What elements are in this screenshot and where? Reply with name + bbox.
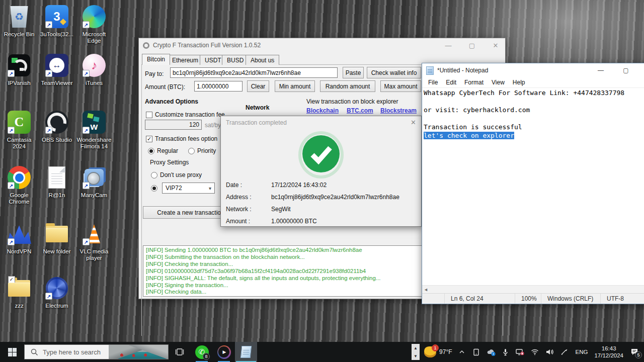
selection-checkbox-icon[interactable]: ✓ — [8, 276, 15, 283]
taskbar-whatsapp[interactable]: ✆ 8 — [191, 342, 213, 362]
regular-radio[interactable]: Regular — [148, 147, 178, 154]
notepad-minimize-button[interactable]: — — [593, 67, 608, 74]
desktop-icon-obs[interactable]: ↗ OBS Studio — [38, 110, 75, 143]
blockstream-link[interactable]: Blockstream — [380, 107, 417, 114]
clock-time: 16:43 — [594, 345, 623, 352]
weather-badge: 1 — [432, 344, 439, 351]
media-player-icon: ▶ — [217, 345, 231, 359]
taskbar-search[interactable]: Type here to search — [24, 344, 169, 359]
desktop-icon-zzz[interactable]: ✓ zzz — [1, 276, 38, 309]
search-highlight-image[interactable] — [109, 345, 168, 359]
tab-ethereum[interactable]: Ethereum — [167, 55, 203, 65]
customize-fee-checkbox[interactable]: Customize transaction fee — [146, 111, 225, 118]
desktop-icon-chrome[interactable]: ↗ Google Chrome — [1, 165, 38, 205]
tray-display[interactable] — [515, 346, 525, 357]
shortcut-arrow-icon: ↗ — [8, 238, 15, 245]
menu-help[interactable]: Help — [509, 78, 529, 87]
desktop-icon-manycam[interactable]: ↗ ManyCam — [75, 165, 113, 199]
maximize-button[interactable]: ▢ — [466, 42, 478, 49]
blockchain-link[interactable]: Blockchain — [306, 107, 339, 114]
fees-option-checkbox[interactable]: ✓ Transaction fees option — [146, 135, 217, 142]
whatsapp-badge: 8 — [203, 353, 210, 360]
tab-bitcoin[interactable]: Bitcoin — [142, 54, 170, 65]
desktop-icon-filmora[interactable]: w↗ Wondershare Filmora 14 — [75, 110, 113, 150]
desktop-icon-new-folder[interactable]: New folder — [38, 221, 75, 255]
priority-radio[interactable]: Priority — [188, 147, 216, 154]
clear-button[interactable]: Clear — [247, 80, 269, 92]
desktop-icon-vlc[interactable]: ↗ VLC media player — [75, 221, 113, 261]
notification-badge: 5 — [635, 351, 642, 358]
folder-icon — [46, 226, 68, 242]
clock-date: 17/12/2024 — [594, 352, 623, 359]
no-proxy-radio[interactable]: Don't use proxy — [151, 171, 202, 178]
taskbar-clock[interactable]: 16:43 17/12/2024 — [594, 345, 623, 359]
windows-logo-icon — [8, 348, 17, 356]
shortcut-arrow-icon: ↗ — [83, 70, 90, 77]
radio-selected-icon — [151, 185, 157, 192]
notepad-text-area[interactable]: Whatsapp CyberTech For Software Link: +4… — [422, 88, 644, 285]
taskbar-media-player[interactable]: ▶ — [213, 342, 235, 362]
language-indicator[interactable]: ENG — [574, 349, 590, 355]
menu-format[interactable]: Format — [460, 78, 488, 87]
proxy-select[interactable]: VIP72▾ — [162, 183, 215, 194]
notepad-taskbar-icon — [240, 346, 252, 358]
amount-input[interactable]: 1.00000000 — [194, 81, 243, 92]
desktop-icon-ipvanish[interactable]: ↗ IPVanish — [1, 53, 38, 86]
tray-volume[interactable] — [544, 346, 554, 357]
pay-to-input[interactable]: bc1q0rnj86jd6t9xq9ce2au42rld0km7lwzr6nh8… — [170, 67, 338, 78]
desktop-icon-3utools[interactable]: 3↗ 3uTools(32... — [38, 4, 75, 38]
tray-microphone[interactable] — [501, 346, 511, 357]
desktop-icon-recycle-bin[interactable]: ♻ Recycle Bin — [1, 4, 38, 38]
notification-center-button[interactable]: 5 — [628, 346, 641, 358]
notepad-window: *Untitled - Notepad — ▢ ✕ File Edit Form… — [422, 63, 644, 304]
weather-widget[interactable]: 1 97°F — [424, 346, 452, 357]
taskbar-notepad[interactable] — [235, 342, 257, 362]
wifi-icon — [530, 348, 539, 356]
zoom-level: 100% — [515, 294, 541, 304]
document-icon — [48, 166, 65, 189]
desktop-icon-camtasia[interactable]: C↗ Camtasia 2024 — [1, 110, 38, 150]
amount-row-value: 1.00000000 BTC — [271, 218, 317, 225]
tray-onedrive[interactable] — [486, 346, 496, 357]
max-amount-button[interactable]: Max amount — [380, 80, 421, 92]
desktop-icon-teamviewer[interactable]: ↔↗ TeamViewer — [38, 53, 75, 86]
recycle-bin-icon: ♻ — [9, 6, 29, 28]
tray-pen[interactable] — [559, 346, 569, 357]
tray-device[interactable] — [471, 346, 481, 357]
minimize-button[interactable]: — — [442, 42, 454, 49]
checkbox-checked-icon: ✓ — [146, 136, 152, 142]
taskbar-scroll-arrows[interactable]: ▲▼ — [412, 344, 420, 360]
tab-about-us[interactable]: About us — [246, 55, 279, 65]
min-amount-button[interactable]: Min amount — [275, 80, 315, 92]
desktop-icon-nordvpn[interactable]: ↗ NordVPN — [1, 221, 38, 255]
close-button[interactable]: ✕ — [490, 42, 502, 49]
shortcut-arrow-icon: ↗ — [8, 70, 15, 77]
paste-button[interactable]: Paste — [343, 67, 364, 78]
tray-wifi[interactable] — [530, 346, 540, 357]
task-view-button[interactable] — [169, 342, 191, 362]
dialog-close-icon[interactable]: ✕ — [411, 119, 416, 126]
menu-view[interactable]: View — [488, 78, 509, 87]
check-wallet-info-button[interactable]: Check wallet info — [367, 67, 421, 78]
desktop-icon-itunes[interactable]: ♪↗ iTunes — [75, 53, 113, 86]
notepad-menu-bar: File Edit Format View Help — [422, 77, 644, 88]
scroll-left-arrow-icon[interactable]: ◄ — [424, 287, 428, 292]
desktop-icon-r1n[interactable]: R@1n — [38, 165, 75, 199]
notepad-line: Transaction is successful — [424, 123, 644, 131]
notepad-status-bar: Ln 6, Col 24 100% Windows (CRLF) UTF-8 — [422, 293, 644, 304]
proxy-provider-radio[interactable] — [151, 185, 157, 192]
menu-file[interactable]: File — [424, 78, 442, 87]
menu-edit[interactable]: Edit — [442, 78, 460, 87]
desktop-icon-electrum[interactable]: ↗ Electrum — [38, 276, 75, 309]
notepad-horizontal-scrollbar[interactable]: ◄ — [422, 285, 644, 293]
tab-busd[interactable]: BUSD — [222, 55, 249, 65]
desktop-icon-edge[interactable]: ↗ Microsoft Edge — [75, 4, 113, 44]
random-amount-button[interactable]: Random amount — [320, 80, 375, 92]
fee-input[interactable]: 120 — [145, 120, 202, 130]
tray-overflow-chevron[interactable] — [457, 346, 467, 357]
transaction-completed-dialog: Transaction completed ✕ Date : 17/12/202… — [220, 116, 422, 227]
btc-com-link[interactable]: BTC.com — [347, 107, 373, 114]
shortcut-arrow-icon: ↗ — [45, 21, 52, 28]
notepad-maximize-button[interactable]: ▢ — [618, 67, 633, 74]
start-button[interactable] — [0, 342, 24, 362]
